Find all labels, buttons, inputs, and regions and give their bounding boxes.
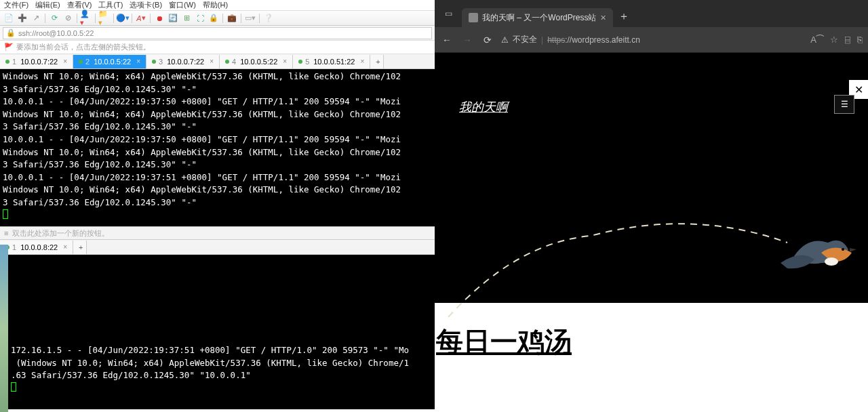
status-dot: [298, 60, 302, 64]
terminal-tab[interactable]: 310.0.0.7:22×: [146, 55, 220, 68]
ssh-client-window: 文件(F) 编辑(E) 查看(V) 工具(T) 选项卡(B) 窗口(W) 帮助(…: [0, 0, 435, 412]
browser-toolbar: ← → ⟳ ⚠ 不安全 | https://wordpress.afeitt.c…: [435, 27, 868, 53]
menu-icon[interactable]: ≡: [4, 229, 8, 237]
window-icon[interactable]: ▭▾: [244, 13, 256, 24]
tab-label: 10.0.0.5:22: [240, 58, 277, 66]
separator: [113, 14, 114, 23]
lock-icon: 🔒: [6, 28, 16, 37]
session-hint-text: 要添加当前会话，点击左侧的箭头按钮。: [16, 42, 151, 52]
close-tab-icon[interactable]: ×: [283, 58, 287, 65]
briefcase-icon[interactable]: 💼: [226, 13, 238, 24]
close-tab-icon[interactable]: ×: [360, 58, 364, 65]
hamburger-menu[interactable]: ☰: [834, 95, 854, 114]
disconnect-icon[interactable]: ⊘: [62, 13, 74, 24]
close-tab-icon[interactable]: ×: [136, 58, 140, 65]
menu-file[interactable]: 文件(F): [4, 0, 28, 10]
grid-icon[interactable]: ⊞: [180, 13, 193, 24]
font-icon[interactable]: A▾: [135, 13, 147, 24]
svg-point-0: [842, 248, 844, 251]
browser-tab[interactable]: 我的天啊 – 又一个WordPress站 ✕: [462, 8, 613, 27]
status-dot: [225, 60, 229, 64]
menu-help[interactable]: 帮助(H): [203, 0, 228, 10]
menu-window[interactable]: 窗口(W): [169, 0, 196, 10]
separator: [222, 14, 223, 23]
add-icon[interactable]: ➕: [16, 13, 28, 24]
bird-illustration: [435, 222, 868, 317]
toolbar: 📄 ➕ ↗ ⟳ ⊘ 👤▾ 📁▾ 🔵▾ A▾ ⏺ 🔄 ⊞ ⛶ 🔒 💼 ▭▾ ❔: [0, 11, 435, 26]
tab-index: 4: [232, 58, 236, 66]
svg-point-1: [825, 258, 838, 266]
insecure-label: 不安全: [513, 34, 537, 45]
record-icon[interactable]: ⏺: [153, 13, 165, 24]
back-button[interactable]: ←: [440, 35, 454, 45]
insecure-icon: ⚠: [501, 35, 509, 45]
menubar: 文件(F) 编辑(E) 查看(V) 工具(T) 选项卡(B) 窗口(W) 帮助(…: [0, 0, 435, 11]
page-content: 每日一鸡汤: [435, 303, 868, 412]
favicon: [469, 13, 478, 22]
tab-index: 3: [159, 58, 163, 66]
tab-actions-icon[interactable]: ▭: [440, 5, 456, 22]
flag-icon: 🚩: [4, 43, 14, 52]
button-bar[interactable]: ≡ 双击此处添加一个新的按钮。: [0, 226, 435, 240]
profile-icon[interactable]: 👤▾: [80, 13, 92, 24]
reload-button[interactable]: ⟳: [481, 35, 494, 45]
terminal-tab[interactable]: 510.0.0.51:22×: [293, 55, 370, 68]
terminal-tab[interactable]: 110.0.0.7:22×: [0, 55, 73, 68]
desktop-edge: [0, 245, 8, 412]
status-dot: [152, 60, 156, 64]
tab-index: 1: [12, 58, 16, 66]
reconnect-icon[interactable]: ⟳: [48, 13, 60, 24]
separator: [132, 14, 132, 23]
close-tab-icon[interactable]: ×: [63, 243, 67, 251]
forward-button[interactable]: →: [460, 35, 474, 45]
favorite-icon[interactable]: ☆: [830, 35, 838, 45]
terminal-2[interactable]: 172.16.1.5 - - [04/Jun/2022:19:37:51 +08…: [8, 255, 435, 409]
terminal-tab[interactable]: 210.0.0.5:22×: [73, 55, 146, 68]
collections-icon[interactable]: ⌸: [845, 35, 850, 45]
tab-label: 10.0.0.7:22: [167, 58, 204, 66]
tab-label: 10.0.0.7:22: [20, 58, 58, 66]
help-icon[interactable]: ❔: [262, 13, 275, 24]
status-dot: [79, 60, 83, 64]
close-tab-icon[interactable]: ×: [210, 58, 214, 65]
session-hint-bar: 🚩 要添加当前会话，点击左侧的箭头按钮。: [0, 41, 435, 54]
terminal-tab[interactable]: 410.0.0.5:22×: [220, 55, 293, 68]
site-title[interactable]: 我的天啊: [459, 99, 508, 115]
add-tab-button[interactable]: +: [73, 241, 87, 254]
page-hero: ✕ 我的天啊 ☰: [435, 53, 868, 303]
address-input[interactable]: 🔒 ssh://root@10.0.0.5:22: [3, 27, 432, 39]
browser-actions: A⁀ ☆ ⌸ ⎘: [810, 35, 863, 45]
close-tab-icon[interactable]: ✕: [600, 14, 606, 22]
separator: [259, 14, 260, 23]
read-aloud-icon[interactable]: A⁀: [810, 35, 823, 45]
refresh-icon[interactable]: 🔄: [167, 13, 179, 24]
sync-icon[interactable]: ⎘: [857, 35, 863, 45]
terminal-1[interactable]: Windows NT 10.0; Win64; x64) AppleWebKit…: [0, 69, 435, 226]
new-session-icon[interactable]: 📄: [3, 13, 15, 24]
tab-label: 10.0.0.8:22: [20, 243, 58, 251]
terminal-tab[interactable]: 110.0.0.8:22×: [0, 241, 73, 254]
tab-index: 2: [85, 58, 90, 66]
menu-tabs[interactable]: 选项卡(B): [130, 0, 162, 10]
menu-edit[interactable]: 编辑(E): [35, 0, 60, 10]
expand-icon[interactable]: ⛶: [194, 13, 206, 24]
address-bar: 🔒 ssh://root@10.0.0.5:22: [0, 26, 435, 41]
tab-label: 10.0.0.5:22: [94, 58, 131, 66]
separator: [150, 14, 151, 23]
tab-title: 我的天啊 – 又一个WordPress站: [482, 12, 596, 24]
lock-icon[interactable]: 🔒: [208, 13, 220, 24]
tab-label: 10.0.0.51:22: [313, 58, 355, 66]
url-text: https://wordpress.afeitt.cn: [547, 35, 640, 45]
new-tab-button[interactable]: ＋: [618, 9, 629, 24]
close-tab-icon[interactable]: ×: [63, 58, 67, 65]
paint-icon[interactable]: 🔵▾: [117, 13, 129, 24]
url-box[interactable]: ⚠ 不安全 | https://wordpress.afeitt.cn: [501, 34, 804, 45]
folder-icon[interactable]: 📁▾: [98, 13, 111, 24]
browser-tabstrip: ▭ 我的天啊 – 又一个WordPress站 ✕ ＋: [435, 0, 868, 27]
terminal-tabbar-2: 110.0.0.8:22×+: [0, 240, 435, 255]
export-icon[interactable]: ↗: [30, 13, 42, 24]
add-tab-button[interactable]: +: [370, 55, 384, 68]
tab-index: 1: [12, 243, 16, 251]
address-text: ssh://root@10.0.0.5:22: [18, 29, 94, 37]
separator: [241, 14, 241, 23]
